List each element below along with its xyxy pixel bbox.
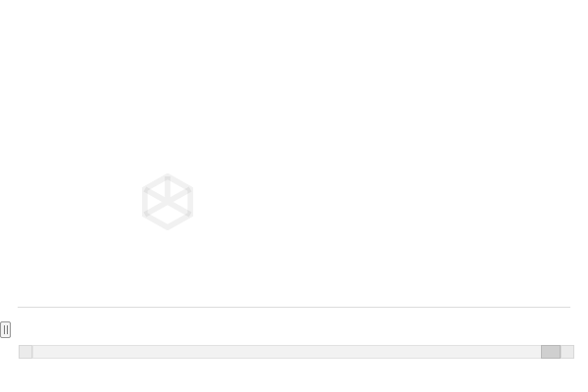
intotheblock-logo-icon [139,173,196,230]
navigator-right-handle[interactable] [0,321,11,338]
chart-lines [0,0,588,392]
navigator-top-border [18,307,570,308]
intotheblock-chart-panel [0,0,588,392]
scrollbar-right-arrow-icon[interactable] [561,345,574,359]
scrollbar-track[interactable] [32,345,561,359]
watermark [139,173,206,230]
scrollbar-left-arrow-icon[interactable] [19,345,32,359]
scrollbar-thumb[interactable] [541,345,561,359]
